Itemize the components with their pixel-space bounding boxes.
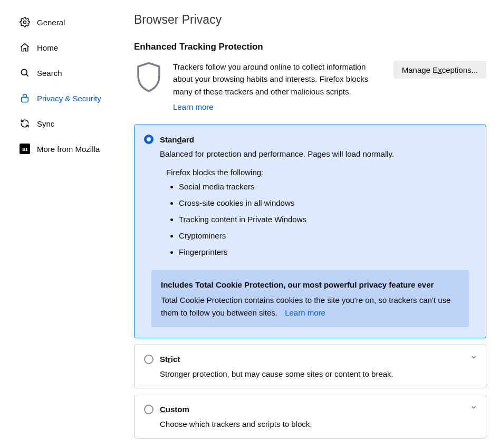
option-header: Custom: [144, 405, 476, 414]
radio-standard[interactable]: [144, 135, 153, 144]
main-content: Browser Privacy Enhanced Tracking Protec…: [121, 0, 499, 448]
sidebar-item-general[interactable]: General: [4, 9, 121, 35]
learn-more-link[interactable]: Learn more: [173, 101, 214, 113]
option-custom[interactable]: Custom Choose which trackers and scripts…: [134, 395, 486, 439]
sidebar-item-sync[interactable]: Sync: [4, 111, 121, 136]
lock-icon: [19, 92, 31, 104]
sidebar-item-privacy[interactable]: Privacy & Security: [4, 85, 121, 111]
sync-icon: [19, 118, 31, 129]
radio-custom[interactable]: [144, 405, 153, 414]
sidebar-item-label: Home: [37, 43, 58, 52]
svg-point-0: [24, 21, 26, 24]
option-header: Standard: [144, 135, 476, 144]
sidebar: General Home Search Privacy & Security S…: [0, 0, 121, 448]
home-icon: [19, 42, 31, 53]
gear-icon: [19, 16, 31, 28]
page-title: Browser Privacy: [134, 13, 486, 27]
list-item: Social media trackers: [179, 182, 476, 191]
option-strict[interactable]: Strict Stronger protection, but may caus…: [134, 345, 486, 388]
sidebar-item-label: Sync: [37, 119, 54, 128]
svg-rect-3: [22, 97, 28, 102]
list-item: Cross-site cookies in all windows: [179, 198, 476, 207]
callout-title: Includes Total Cookie Protection, our mo…: [161, 279, 459, 291]
sidebar-item-label: More from Mozilla: [37, 145, 100, 154]
sidebar-item-search[interactable]: Search: [4, 60, 121, 85]
sidebar-item-home[interactable]: Home: [4, 35, 121, 60]
list-item: Tracking content in Private Windows: [179, 215, 476, 224]
option-desc: Balanced for protection and performance.…: [160, 149, 476, 158]
list-item: Fingerprinters: [179, 247, 476, 256]
svg-line-2: [26, 74, 28, 77]
manage-exceptions-button[interactable]: Manage Exceptions...: [394, 61, 486, 79]
section-title: Enhanced Tracking Protection: [134, 42, 486, 52]
chevron-down-icon[interactable]: [470, 404, 478, 412]
blocks-list: Social media trackers Cross-site cookies…: [179, 182, 476, 256]
intro-row: Trackers follow you around online to col…: [134, 61, 486, 113]
option-desc: Stronger protection, but may cause some …: [160, 369, 476, 378]
option-standard[interactable]: Standard Balanced for protection and per…: [134, 125, 486, 338]
svg-point-1: [21, 69, 27, 75]
list-item: Cryptominers: [179, 231, 476, 240]
sidebar-item-mozilla[interactable]: m More from Mozilla: [4, 136, 121, 161]
option-desc: Choose which trackers and scripts to blo…: [160, 420, 476, 428]
option-title: Custom: [160, 405, 189, 414]
shield-icon: [134, 61, 164, 95]
search-icon: [19, 67, 31, 79]
option-title: Standard: [160, 135, 194, 144]
intro-text: Trackers follow you around online to col…: [173, 61, 384, 113]
sidebar-item-label: General: [37, 18, 65, 27]
sidebar-item-label: Search: [37, 69, 62, 78]
option-title: Strict: [160, 355, 180, 364]
callout-learn-more-link[interactable]: Learn more: [285, 308, 325, 317]
callout-box: Includes Total Cookie Protection, our mo…: [151, 270, 469, 327]
intro-description: Trackers follow you around online to col…: [173, 62, 368, 96]
sidebar-item-label: Privacy & Security: [37, 94, 101, 103]
chevron-down-icon[interactable]: [470, 354, 478, 362]
option-header: Strict: [144, 355, 476, 364]
mozilla-icon: m: [19, 143, 31, 155]
radio-strict[interactable]: [144, 355, 153, 364]
blocks-heading: Firefox blocks the following:: [166, 168, 476, 177]
